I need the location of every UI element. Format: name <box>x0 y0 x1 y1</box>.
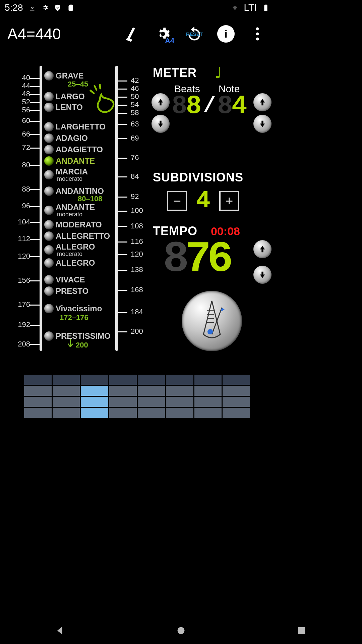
beat-cell[interactable] <box>138 375 165 385</box>
overflow-menu-button[interactable] <box>248 24 267 43</box>
scale-tick <box>30 86 40 87</box>
music-note-icon: ♩ <box>215 64 222 82</box>
tempo-down-button[interactable] <box>253 266 272 284</box>
beat-cell[interactable] <box>109 408 137 418</box>
tempo-marking-marcia[interactable]: MARCIAmoderato <box>44 168 88 182</box>
beat-cell[interactable] <box>138 386 165 396</box>
beat-cell[interactable] <box>194 397 222 407</box>
scale-label: 120 <box>18 252 30 261</box>
beat-cell[interactable] <box>53 397 80 407</box>
tempo-marking-allegro[interactable]: ALLEGROmoderato <box>44 243 95 257</box>
scale-label: 56 <box>22 106 30 114</box>
info-button[interactable]: i <box>217 24 235 43</box>
tempo-marking-presto[interactable]: PRESTO <box>44 286 88 296</box>
status-time: 5:28 <box>5 2 23 13</box>
beat-cell[interactable] <box>24 397 52 407</box>
tempo-marking-largo[interactable]: LARGO <box>44 92 85 101</box>
tempo-marking-prestissimo[interactable]: PRESTISSIMO <box>44 331 111 341</box>
scale-label: 54 <box>131 100 139 109</box>
reset-button[interactable]: RESET <box>185 24 204 43</box>
scale-label: 92 <box>131 192 139 201</box>
marking-dot <box>44 133 54 143</box>
beats-down-button[interactable] <box>152 115 170 133</box>
beat-cell[interactable] <box>53 375 80 385</box>
scale-label: 58 <box>131 108 139 117</box>
tempo-marking-andante[interactable]: ANDANTE <box>44 156 95 166</box>
scale-tick <box>30 305 40 306</box>
beat-cell[interactable] <box>109 375 137 385</box>
beat-cell[interactable] <box>223 375 250 385</box>
tuning-reference-label: A4=440 <box>7 25 122 43</box>
svg-point-2 <box>256 38 259 41</box>
beat-cell[interactable] <box>109 397 137 407</box>
metronome-start-button[interactable] <box>182 291 242 351</box>
tempo-marking-lento[interactable]: LENTO <box>44 103 83 112</box>
marking-dot <box>44 71 54 80</box>
marking-dot <box>44 275 54 284</box>
beat-cell[interactable] <box>138 408 165 418</box>
scale-tick <box>30 280 40 281</box>
beat-cell[interactable] <box>194 386 222 396</box>
tempo-marking-larghetto[interactable]: LARGHETTO <box>44 122 106 131</box>
beat-cell[interactable] <box>24 375 52 385</box>
svg-line-7 <box>212 308 222 334</box>
subdivisions-title: SUBDIVISIONS <box>153 170 271 184</box>
tempo-marking-andantino[interactable]: ANDANTINO <box>44 186 104 196</box>
beat-cell[interactable] <box>81 408 108 418</box>
tempo-marking-moderato[interactable]: MODERATO <box>44 220 102 229</box>
tempo-marking-adagio[interactable]: ADAGIO <box>44 133 88 143</box>
beat-cell[interactable] <box>81 386 108 396</box>
beat-cell[interactable] <box>166 397 193 407</box>
marking-label: GRAVE <box>56 72 84 80</box>
beat-grid[interactable] <box>23 374 251 419</box>
beat-cell[interactable] <box>223 408 250 418</box>
beats-up-button[interactable] <box>152 93 170 111</box>
tap-hint-icon <box>88 84 118 116</box>
subdivisions-plus-button[interactable]: + <box>219 191 239 211</box>
scale-tick <box>118 113 127 114</box>
wifi-icon <box>231 4 239 11</box>
scale-tick <box>118 270 127 271</box>
marking-dot <box>44 103 54 112</box>
tuning-fork-button[interactable] <box>122 24 141 43</box>
beat-cell[interactable] <box>24 386 52 396</box>
tempo-marking-grave[interactable]: GRAVE <box>44 71 84 80</box>
subdivisions-section: SUBDIVISIONS − 4 + <box>153 170 271 215</box>
tempo-marking-allegro[interactable]: ALLEGRO <box>44 258 95 268</box>
scale-label: 208 <box>18 340 30 348</box>
tempo-marking-vivacissimo[interactable]: Vivacissimo <box>44 304 102 313</box>
note-down-button[interactable] <box>253 115 272 133</box>
tempo-marking-chart[interactable]: 25–45 80–108 172–176 200 404448525660667… <box>3 66 144 358</box>
note-up-button[interactable] <box>253 93 272 111</box>
beat-cell[interactable] <box>166 386 193 396</box>
beat-cell[interactable] <box>194 375 222 385</box>
beat-cell[interactable] <box>138 397 165 407</box>
tempo-up-button[interactable] <box>253 240 272 258</box>
marking-label: ANDANTE <box>56 157 95 165</box>
scale-tick <box>30 344 40 345</box>
beat-cell[interactable] <box>166 408 193 418</box>
tempo-marking-vivace[interactable]: VIVACE <box>44 275 85 284</box>
beat-cell[interactable] <box>166 375 193 385</box>
beat-cell[interactable] <box>194 408 222 418</box>
marking-label: PRESTO <box>56 287 88 295</box>
tempo-marking-allegretto[interactable]: ALLEGRETTO <box>44 231 110 241</box>
beat-cell[interactable] <box>81 375 108 385</box>
beat-cell[interactable] <box>24 408 52 418</box>
pitch-settings-button[interactable]: A4 <box>154 24 172 43</box>
beat-cell[interactable] <box>53 386 80 396</box>
scale-label: 69 <box>131 134 139 143</box>
beat-cell[interactable] <box>109 386 137 396</box>
marking-label: MODERATO <box>56 221 102 229</box>
marking-label: LARGO <box>56 93 85 101</box>
tempo-marking-andante[interactable]: ANDANTEmoderato <box>44 203 95 217</box>
beat-cell[interactable] <box>53 408 80 418</box>
tempo-marking-adagietto[interactable]: ADAGIETTO <box>44 145 103 154</box>
marking-dot <box>44 258 54 268</box>
beat-cell[interactable] <box>81 397 108 407</box>
beat-cell[interactable] <box>223 397 250 407</box>
subdivisions-minus-button[interactable]: − <box>167 191 187 211</box>
beat-cell[interactable] <box>223 386 250 396</box>
scale-label: 168 <box>131 285 143 294</box>
scale-tick <box>118 89 127 90</box>
